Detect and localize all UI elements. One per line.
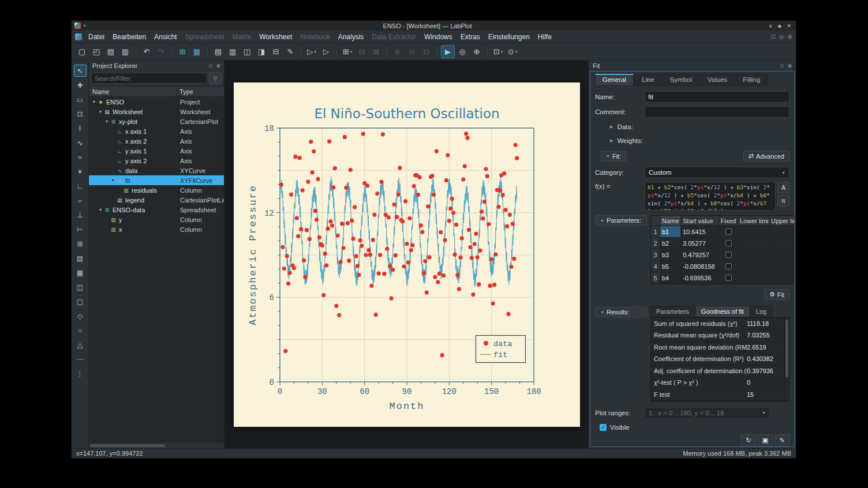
param-fixed-cell[interactable] — [719, 238, 738, 249]
fit-section-toggle[interactable]: ▼ Fit: — [601, 151, 626, 162]
scrollbar-thumb[interactable] — [90, 444, 165, 447]
worksheet-plot[interactable]: 0306090120150180061218MonthAtmospheric P… — [234, 82, 580, 427]
tree-item-data[interactable]: ∿dataXYCurve — [89, 166, 224, 175]
tab-symbol[interactable]: Symbol — [663, 74, 699, 85]
axis-left-tool[interactable]: ∟ — [74, 180, 87, 192]
new-worksheet-button[interactable]: ⊞ — [175, 45, 189, 58]
search-input[interactable] — [91, 73, 207, 84]
axis-top-tool[interactable]: ⌐ — [74, 194, 87, 207]
datapicker-point-button[interactable]: ▷ — [319, 45, 333, 58]
zoom-select-tool[interactable]: ▭ — [74, 93, 87, 106]
tree-item-y-axis-1[interactable]: ∟y axis 1Axis — [89, 146, 224, 156]
expand-arrow-icon[interactable]: ▼ — [104, 119, 110, 123]
param-row[interactable]: 3b30.479257 — [651, 249, 795, 261]
crosshair-mode-button[interactable]: ⊕ — [470, 45, 484, 58]
param-upper-limit-cell[interactable] — [769, 261, 795, 272]
worksheet-view[interactable]: 0306090120150180061218MonthAtmospheric P… — [225, 61, 588, 448]
advanced-button[interactable]: ⇄ Advanced — [743, 151, 790, 162]
run-fit-button[interactable]: ⚙ Fit — [764, 289, 790, 300]
visible-checkbox[interactable]: ✓ — [600, 424, 607, 431]
tree-item-ENSO-data[interactable]: ▼⊞ENSO-dataSpreadsheet — [89, 205, 224, 215]
menu-bearbeiten[interactable]: Bearbeiten — [108, 32, 150, 42]
tree-item-x-axis-2[interactable]: ∟x axis 2Axis — [89, 136, 224, 146]
param-fixed-cell[interactable] — [719, 261, 738, 272]
triangle-tool[interactable]: △ — [74, 339, 87, 351]
y-axis-title[interactable]: Atmospheric Pressure — [248, 185, 259, 325]
param-fixed-cell[interactable] — [719, 226, 738, 237]
plot-title[interactable]: El Niño-Southern Oscillation — [314, 106, 499, 121]
save-as-button[interactable]: ✎ — [775, 434, 790, 446]
insert-column-right-button[interactable]: ◨ — [255, 45, 268, 58]
param-name-cell[interactable]: b4 — [660, 272, 681, 283]
param-start-value-cell[interactable]: -0.0808158 — [681, 261, 719, 272]
fit-curve-tool[interactable]: ≈ — [74, 151, 87, 163]
param-fixed-cell[interactable] — [719, 272, 738, 283]
menu-hilfe[interactable]: Hilfe — [534, 32, 556, 42]
formula-editor[interactable]: b1 + b2*cos( 2*pi*x/12 ) + b3*sin( 2*pi*… — [645, 182, 776, 211]
param-column-header-Upper limit[interactable]: Upper limit — [769, 216, 795, 226]
shape-tool[interactable]: ◇ — [74, 310, 87, 322]
category-combobox[interactable]: Custom ▼ — [645, 167, 790, 178]
param-start-value-cell[interactable]: 0.479257 — [681, 249, 719, 260]
menu-worksheet[interactable]: Worksheet — [255, 32, 296, 42]
weights-section-toggle[interactable]: ▶ Weights: — [610, 137, 790, 144]
titlebar[interactable]: ⌖ ENSO - [Worksheet] — LabPlot ∨ ◈ ✕ — [72, 21, 796, 31]
print-button[interactable]: ▤ — [104, 45, 118, 58]
tree-item-x-axis-1[interactable]: ∟x axis 1Axis — [89, 126, 224, 136]
menu-einstellungen[interactable]: Einstellungen — [484, 32, 534, 42]
param-column-header-Fixed[interactable]: Fixed — [719, 216, 738, 226]
maximize-window-icon[interactable]: ◈ — [778, 23, 782, 29]
results-tab-parameters[interactable]: Parameters — [650, 306, 695, 317]
axis-right-tool[interactable]: ⊢ — [74, 223, 87, 235]
tab-filling[interactable]: Filling — [735, 74, 768, 85]
comment-field[interactable] — [645, 106, 790, 118]
print-preview-button[interactable]: ▥ — [118, 45, 132, 58]
menu-windows[interactable]: Windows — [420, 32, 457, 42]
fixed-checkbox[interactable] — [725, 251, 732, 258]
ellipse-tool[interactable]: ○ — [74, 324, 87, 336]
undo-button[interactable]: ↶ — [140, 45, 154, 58]
param-name-cell[interactable]: b5 — [660, 261, 681, 272]
parameters-section-toggle[interactable]: ▼ Parameters: — [595, 215, 647, 226]
param-start-value-cell[interactable]: 3.05277 — [681, 238, 719, 249]
param-fixed-cell[interactable] — [719, 249, 738, 260]
expand-arrow-icon[interactable]: ▼ — [110, 178, 116, 182]
datapicker-curve-button[interactable]: ▷▾ — [305, 45, 319, 58]
tree-item-Worksheet[interactable]: ▼▤WorksheetWorksheet — [89, 107, 224, 117]
tree-item-y[interactable]: ▥yColumn — [89, 215, 224, 224]
parameters-table[interactable]: NameStart valueFixedLower limitUpper lim… — [650, 215, 795, 284]
x-axis-title[interactable]: Month — [389, 401, 424, 412]
tree-item-y-axis-2[interactable]: ∟y axis 2Axis — [89, 156, 224, 166]
menubar-frame-icon[interactable]: ⊡ — [770, 33, 775, 40]
insert-function-button[interactable]: A — [777, 182, 790, 193]
tree-item-xy-plot[interactable]: ▼⊞xy-plotCartesianPlot — [89, 117, 224, 126]
tree-column-header[interactable]: Name Type — [89, 86, 224, 97]
param-upper-limit-cell[interactable] — [769, 249, 795, 260]
close-dock-icon[interactable]: ⊗ — [787, 63, 792, 69]
expand-arrow-icon[interactable]: ▼ — [91, 100, 97, 104]
fixed-checkbox[interactable] — [725, 275, 732, 281]
fixed-checkbox[interactable] — [725, 240, 732, 246]
select-tool[interactable]: ↖ — [74, 65, 87, 77]
param-lower-limit-cell[interactable] — [738, 261, 769, 272]
param-name-cell[interactable]: b2 — [660, 238, 681, 249]
plot-legend[interactable]: datafit — [476, 336, 526, 363]
project-tree[interactable]: ▼■ENSOProject▼▤WorksheetWorksheet▼⊞xy-pl… — [89, 97, 224, 442]
pan-tool[interactable]: ✚ — [74, 79, 87, 91]
new-spreadsheet-button[interactable]: ▦ — [190, 45, 204, 58]
results-section-toggle[interactable]: ▼ Results: — [595, 307, 647, 317]
insert-row-above-button[interactable]: ▤ — [211, 45, 225, 58]
tab-general[interactable]: General — [595, 74, 634, 85]
recalculate-button[interactable]: ↻ — [741, 434, 756, 446]
tab-line[interactable]: Line — [634, 74, 662, 85]
draw-button[interactable]: ✎ — [283, 45, 297, 58]
param-row[interactable]: 5b4-0.699536 — [651, 272, 795, 284]
param-row[interactable]: 4b5-0.0808158 — [651, 261, 795, 272]
tab-values[interactable]: Values — [700, 74, 735, 85]
param-column-header-Name[interactable]: Name — [660, 216, 681, 226]
insert-column-left-button[interactable]: ◫ — [240, 45, 254, 58]
name-field[interactable] — [645, 91, 790, 103]
navigate-mode-button[interactable]: ▶ — [441, 45, 455, 58]
param-lower-limit-cell[interactable] — [738, 238, 769, 249]
image-tool[interactable]: ▢ — [74, 295, 87, 307]
